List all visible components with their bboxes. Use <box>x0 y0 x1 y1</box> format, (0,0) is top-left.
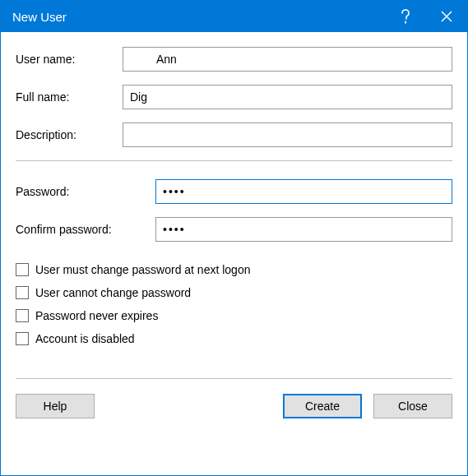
button-row: Help Create Close <box>16 394 452 418</box>
help-button-label: Help <box>44 400 67 413</box>
close-icon[interactable] <box>426 1 467 32</box>
close-button-label: Close <box>398 400 428 413</box>
spacer <box>106 394 271 418</box>
dialog-content: User name: Full name: Description: Passw… <box>1 32 467 430</box>
create-button-label: Create <box>305 400 340 413</box>
help-icon[interactable] <box>385 1 426 32</box>
username-field[interactable] <box>123 47 452 72</box>
checkbox-icon <box>16 309 29 322</box>
row-username: User name: <box>16 47 452 72</box>
fullname-label: Full name: <box>16 90 123 104</box>
description-label: Description: <box>16 128 123 141</box>
checkbox-icon <box>16 286 29 299</box>
description-field[interactable] <box>123 122 452 147</box>
checkbox-account-disabled[interactable]: Account is disabled <box>16 332 452 345</box>
checkbox-label: User must change password at next logon <box>35 263 250 276</box>
checkbox-icon <box>16 332 29 345</box>
row-confirm-password: Confirm password: <box>16 217 452 242</box>
row-password: Password: <box>16 179 452 204</box>
separator <box>16 160 452 161</box>
window-title: New User <box>12 10 385 24</box>
password-label: Password: <box>16 185 155 198</box>
row-description: Description: <box>16 122 452 147</box>
checkbox-label: Password never expires <box>35 309 158 322</box>
row-fullname: Full name: <box>16 85 452 109</box>
checkbox-cannot-change[interactable]: User cannot change password <box>16 286 452 299</box>
username-label: User name: <box>16 53 123 66</box>
checkbox-must-change[interactable]: User must change password at next logon <box>16 263 452 276</box>
checkbox-never-expires[interactable]: Password never expires <box>16 309 452 322</box>
create-button[interactable]: Create <box>283 394 362 418</box>
checkbox-icon <box>16 263 29 276</box>
titlebar: New User <box>1 1 467 32</box>
password-field[interactable] <box>155 179 452 204</box>
checkbox-label: Account is disabled <box>35 332 135 345</box>
confirm-password-field[interactable] <box>155 217 452 242</box>
close-button[interactable]: Close <box>373 394 452 418</box>
confirm-password-label: Confirm password: <box>16 223 155 236</box>
help-button[interactable]: Help <box>16 394 95 418</box>
separator <box>16 378 452 379</box>
checkbox-label: User cannot change password <box>35 286 191 299</box>
fullname-field[interactable] <box>123 85 452 109</box>
